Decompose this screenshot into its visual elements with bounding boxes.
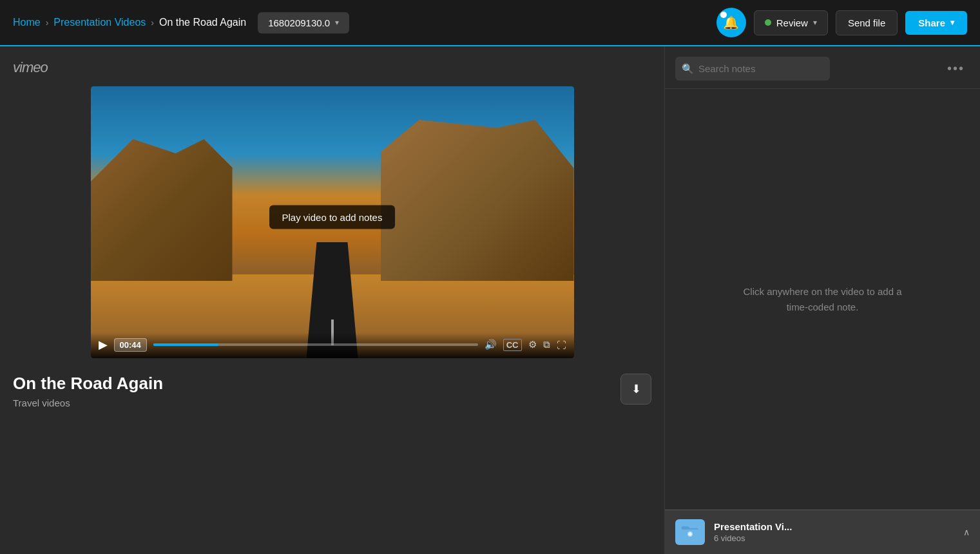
version-label: 1680209130.0 xyxy=(268,17,330,28)
breadcrumb-home[interactable]: Home xyxy=(13,17,41,28)
video-player[interactable]: Play video to add notes ▶ 00:44 🔊 CC ⚙ ⧉… xyxy=(91,86,574,358)
share-button[interactable]: Share ▾ xyxy=(905,11,967,35)
breadcrumb-sep-1: › xyxy=(46,17,49,28)
progress-bar[interactable] xyxy=(153,343,478,346)
chevron-down-icon: ▾ xyxy=(950,18,954,27)
search-icon: 🔍 xyxy=(682,63,694,75)
breadcrumb-current: On the Road Again xyxy=(159,17,246,28)
volume-icon[interactable]: 🔊 xyxy=(485,339,497,350)
chevron-down-icon: ▾ xyxy=(813,18,817,27)
rock-right xyxy=(381,120,574,281)
progress-fill xyxy=(153,343,218,346)
search-notes-input[interactable] xyxy=(675,57,830,81)
download-icon: ⬇ xyxy=(631,382,641,396)
vimeo-logo: vimeo xyxy=(13,59,651,76)
folder-name: Presentation Vi... xyxy=(714,521,954,532)
notes-panel: 🔍 ••• Click anywhere on the video to add… xyxy=(664,46,980,554)
more-options-button[interactable]: ••• xyxy=(942,59,970,79)
notes-empty-message: Click anywhere on the video to add a tim… xyxy=(733,284,913,315)
breadcrumb: Home › Presentation Videos › On the Road… xyxy=(13,12,698,33)
pip-icon[interactable]: ⧉ xyxy=(543,339,550,350)
settings-icon[interactable]: ⚙ xyxy=(528,339,537,350)
play-button[interactable]: ▶ xyxy=(99,338,108,352)
rock-left xyxy=(91,139,233,281)
review-label: Review xyxy=(776,17,808,28)
video-title: On the Road Again xyxy=(13,374,163,394)
notes-header: 🔍 ••• xyxy=(665,46,980,89)
fullscreen-icon[interactable]: ⛶ xyxy=(557,339,566,350)
folder-icon xyxy=(675,519,705,545)
breadcrumb-presentations[interactable]: Presentation Videos xyxy=(53,17,146,28)
version-button[interactable]: 1680209130.0 ▾ xyxy=(258,12,349,33)
send-file-button[interactable]: Send file xyxy=(836,10,898,35)
top-nav: Home › Presentation Videos › On the Road… xyxy=(0,0,980,46)
folder-chevron-icon[interactable]: ∧ xyxy=(963,527,970,537)
main-layout: vimeo Play video to add notes ▶ 00:44 xyxy=(0,46,980,554)
video-panel: vimeo Play video to add notes ▶ 00:44 xyxy=(0,46,664,554)
notes-empty-area: Click anywhere on the video to add a tim… xyxy=(665,89,980,510)
breadcrumb-sep-2: › xyxy=(151,17,154,28)
folder-count: 6 videos xyxy=(714,533,954,543)
status-dot xyxy=(765,19,771,26)
play-video-tooltip: Play video to add notes xyxy=(269,205,396,229)
control-icons: 🔊 CC ⚙ ⧉ ⛶ xyxy=(485,339,566,351)
captions-icon[interactable]: CC xyxy=(503,339,522,351)
timestamp-badge: 00:44 xyxy=(114,338,147,352)
search-wrap: 🔍 xyxy=(675,57,937,81)
nav-right: 🔔 Review ▾ Send file Share ▾ xyxy=(716,8,967,37)
review-button[interactable]: Review ▾ xyxy=(754,10,828,35)
video-info: On the Road Again Travel videos ⬇ xyxy=(13,374,651,408)
bell-icon: 🔔 xyxy=(723,15,739,30)
chevron-down-icon: ▾ xyxy=(335,18,339,27)
folder-panel: Presentation Vi... 6 videos ∧ xyxy=(665,510,980,554)
video-text-info: On the Road Again Travel videos xyxy=(13,374,163,408)
video-controls: ▶ 00:44 🔊 CC ⚙ ⧉ ⛶ xyxy=(91,332,574,358)
download-button[interactable]: ⬇ xyxy=(620,374,651,405)
folder-info: Presentation Vi... 6 videos xyxy=(714,521,954,543)
video-subtitle: Travel videos xyxy=(13,397,163,408)
notifications-button[interactable]: 🔔 xyxy=(716,8,746,37)
share-label: Share xyxy=(918,17,945,28)
